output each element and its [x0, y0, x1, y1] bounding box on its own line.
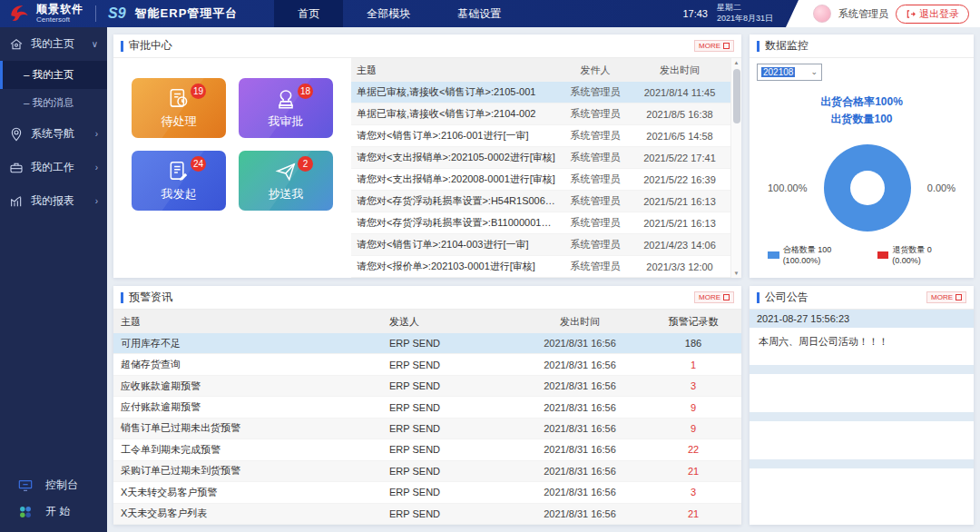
sidebar-item-my-reports[interactable]: 我的报表 ›: [0, 184, 107, 218]
notice-date[interactable]: 2021-08-27 15:56:23: [750, 310, 974, 328]
right-percent-label: 0.00%: [927, 182, 956, 193]
tile-label: 抄送我: [269, 186, 304, 202]
col-sender: 发送人: [389, 315, 507, 329]
centersoft-logo-icon: [7, 2, 31, 25]
more-button[interactable]: MORE: [926, 291, 966, 303]
nav-tab-home[interactable]: 首页: [274, 0, 343, 27]
stamp-icon: [274, 87, 298, 111]
col-count: 预警记录数: [652, 315, 734, 329]
clock-date: 星期二 2021年8月31日: [717, 3, 773, 24]
clock-time: 17:43: [682, 8, 708, 19]
table-row[interactable]: 请您对<支出报销单>:202105-0002进行[审核]系统管理员2021/5/…: [351, 147, 730, 169]
scroll-up-icon[interactable]: ▲: [734, 58, 740, 67]
table-row[interactable]: 请您对<报价单>:202103-0001进行[审核]系统管理员2021/3/3 …: [351, 256, 730, 278]
table-row[interactable]: 单据已审核,请接收<销售订单>:2105-001系统管理员2021/8/14 1…: [351, 82, 730, 103]
grid-icon: [723, 294, 730, 300]
weekday-label: 星期二: [717, 3, 773, 14]
chart-icon: [9, 194, 24, 209]
col-subject: 主题: [357, 64, 556, 77]
title-accent-bar: [121, 292, 123, 303]
console-label: 控制台: [45, 478, 78, 493]
table-row[interactable]: 应付账款逾期预警ERP SEND2021/8/31 16:569: [113, 397, 741, 418]
table-header-row: 主题 发件人 发出时间: [351, 58, 730, 82]
scrollbar-thumb[interactable]: [733, 69, 740, 123]
sidebar-subitem-my-messages[interactable]: – 我的消息: [0, 89, 107, 117]
col-time: 发出时间: [634, 64, 725, 77]
tile-pending[interactable]: 19 待处理: [132, 78, 226, 138]
chevron-down-icon: ∨: [92, 39, 98, 49]
table-row[interactable]: 采购订单已过期未到货预警ERP SEND2021/8/31 16:5621: [113, 461, 741, 482]
legend-swatch-red: [877, 251, 889, 259]
console-button[interactable]: 控制台: [0, 472, 107, 498]
panel-title: 预警资讯: [129, 290, 694, 305]
briefcase-icon: [9, 161, 24, 175]
sidebar-item-label: 系统导航: [31, 126, 88, 142]
approval-table-scrollbar[interactable]: ▲ ▼: [730, 58, 741, 278]
table-row[interactable]: 请您对<存货浮动耗损率设置>:B11000001进行[审核]系统管理员2021/…: [351, 212, 730, 234]
logout-button[interactable]: 退出登录: [896, 5, 969, 24]
logout-icon: [906, 9, 916, 19]
grid-icon: [956, 294, 962, 300]
table-row[interactable]: 请您对<支出报销单>:202008-0001进行[审核]系统管理员2021/5/…: [351, 169, 730, 191]
tile-my-approvals[interactable]: 18 我审批: [239, 78, 333, 138]
table-row[interactable]: 工令单到期未完成预警ERP SEND2021/8/31 16:5622: [113, 439, 741, 460]
period-value: 202108: [761, 67, 795, 77]
product-title: 智能ERP管理平台: [135, 5, 239, 22]
table-row[interactable]: 请您对<销售订单>:2106-001进行[一审]系统管理员2021/6/5 14…: [351, 125, 730, 147]
more-button[interactable]: MORE: [694, 291, 734, 303]
table-row[interactable]: X天未转交易客户预警ERP SEND2021/8/31 16:563: [113, 482, 741, 503]
table-row[interactable]: 销售订单已过期未出货预警ERP SEND2021/8/31 16:569: [113, 419, 741, 439]
user-avatar[interactable]: [813, 5, 831, 23]
logo-divider: [95, 5, 96, 22]
tile-cc-to-me[interactable]: 2 抄送我: [239, 151, 333, 211]
pending-count-badge: 19: [191, 84, 206, 99]
sidebar-item-label: 我的工作: [31, 160, 88, 175]
nav-tab-basic-settings[interactable]: 基础设置: [434, 0, 524, 27]
logo-name-en: Centersoft: [36, 16, 83, 24]
sidebar-item-label: 我的主页: [31, 36, 84, 52]
chevron-down-icon: ⌄: [810, 70, 818, 74]
tile-initiated-by-me[interactable]: 24 我发起: [132, 151, 226, 211]
table-row[interactable]: X天未交易客户列表ERP SEND2021/8/31 16:5621: [113, 504, 741, 525]
sidebar-item-system-nav[interactable]: 系统导航 ›: [0, 117, 107, 151]
date-label: 2021年8月31日: [717, 14, 773, 25]
logo-area: 顺景软件 Centersoft S9 智能ERP管理平台: [0, 0, 238, 27]
logo-text: 顺景软件 Centersoft: [36, 4, 83, 24]
panel-header: 公司公告 MORE: [750, 286, 974, 310]
notice-divider: [750, 412, 974, 421]
table-row[interactable]: 应收账款逾期预警ERP SEND2021/8/31 16:563: [113, 376, 741, 397]
user-name: 系统管理员: [838, 7, 888, 21]
notice-content: 本周六、周日公司活动！！！: [750, 328, 974, 360]
notice-list: 2021-08-27 15:56:23 本周六、周日公司活动！！！: [750, 310, 974, 525]
legend-qualified: 合格数量 100 (100.00%): [768, 244, 863, 265]
sidebar-item-my-work[interactable]: 我的工作 ›: [0, 151, 107, 184]
pass-rate-text: 出货合格率100%: [757, 94, 966, 111]
navigation-icon: [9, 127, 24, 142]
more-button[interactable]: MORE: [694, 40, 734, 52]
doc-edit-icon: [167, 160, 191, 183]
scroll-down-icon[interactable]: ▼: [734, 269, 740, 278]
table-row[interactable]: 请您对<销售订单>:2104-003进行[一审]系统管理员2021/4/23 1…: [351, 234, 730, 256]
table-row[interactable]: 请您对<存货浮动耗损率设置>:H54R1S006002进行[审核]系统管理员20…: [351, 191, 730, 212]
table-row[interactable]: 可用库存不足ERP SEND2021/8/31 16:56186: [113, 333, 741, 354]
table-row[interactable]: 单据已审核,请接收<销售订单>:2104-002系统管理员2021/8/5 16…: [351, 103, 730, 125]
tile-label: 待处理: [162, 113, 197, 130]
company-notice-panel: 公司公告 MORE 2021-08-27 15:56:23 本周六、周日公司活动…: [750, 286, 974, 525]
period-select[interactable]: 202108 ⌄: [757, 64, 822, 81]
tile-label: 我发起: [162, 186, 197, 202]
monitor-icon: [18, 479, 33, 492]
legend-returned: 退货数量 0 (0.00%): [877, 244, 956, 265]
logo-name-cn: 顺景软件: [36, 4, 83, 15]
main-content: 审批中心 MORE 19 待处理 18 我审批 24: [107, 27, 980, 532]
table-header-row: 主题 发送人 发出时间 预警记录数: [113, 310, 741, 333]
sidebar-item-my-home[interactable]: 我的主页 ∨: [0, 27, 107, 61]
start-button[interactable]: 开 始: [0, 498, 107, 525]
sidebar-subitem-my-home[interactable]: – 我的主页: [0, 61, 107, 89]
nav-tab-all-modules[interactable]: 全部模块: [343, 0, 434, 27]
table-row[interactable]: 超储存货查询ERP SEND2021/8/31 16:561: [113, 354, 741, 375]
panel-header: 预警资讯 MORE: [113, 286, 741, 310]
logout-label: 退出登录: [919, 7, 959, 21]
notice-divider: [750, 459, 974, 468]
tile-label: 我审批: [269, 113, 304, 130]
panel-title: 公司公告: [765, 290, 926, 305]
